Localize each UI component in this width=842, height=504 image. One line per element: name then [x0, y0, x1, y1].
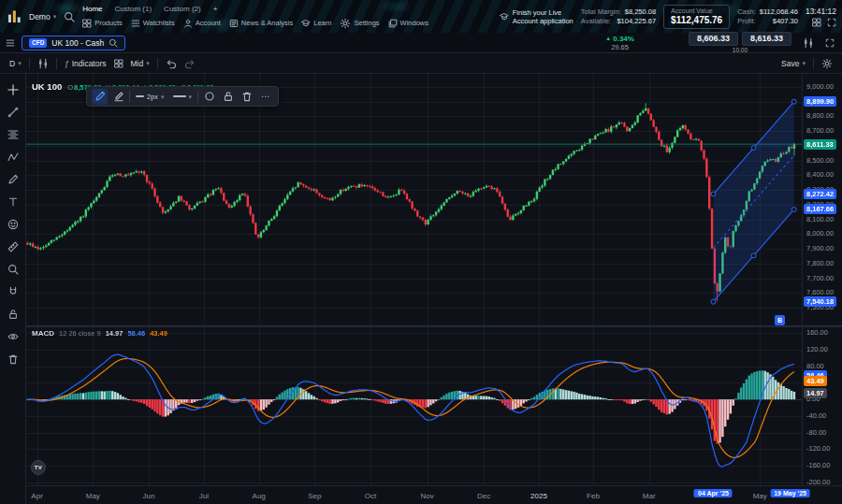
cash-value: $112,068.46 — [760, 7, 798, 17]
account-value-box[interactable]: Account Value $112,475.76 — [663, 5, 730, 29]
tool-eye[interactable] — [3, 326, 22, 346]
graduation-cap-icon — [500, 12, 509, 22]
line-width-sample — [136, 95, 144, 97]
timeframe-selector[interactable]: D ▾ — [9, 59, 22, 68]
account-value-label: Account Value — [671, 7, 722, 15]
drawing-price-badge: 8,167.66 — [804, 204, 836, 214]
workspace-tab-home[interactable]: Home — [82, 5, 102, 13]
line-width-selector[interactable]: 2px ▾ — [133, 93, 167, 101]
buy-price-button[interactable]: 8,616.33 — [742, 32, 791, 46]
fx-icon: ƒ — [65, 59, 69, 68]
menu-item-news-analysis[interactable]: News & Analysis — [229, 19, 293, 28]
tool-pattern[interactable] — [3, 147, 22, 166]
macd-axis-label: -160.00 — [806, 462, 830, 469]
instrument-search-icon[interactable] — [109, 38, 118, 48]
compare-layout-icon[interactable] — [114, 59, 123, 68]
time-axis-label: 2025 — [530, 492, 547, 500]
time-axis-label: Apr — [31, 492, 42, 500]
save-button[interactable]: Save ▾ — [781, 59, 806, 68]
macd-params: 12 26 close 9 — [59, 329, 101, 338]
draw-ellipse-button[interactable] — [201, 89, 217, 105]
divider — [197, 91, 198, 103]
redo-icon[interactable] — [184, 58, 196, 69]
undo-icon[interactable] — [166, 58, 177, 69]
more-options-button[interactable]: ⋯ — [257, 89, 273, 105]
sell-price-button[interactable]: 8,606.33 — [689, 32, 738, 46]
layout-grid-icon[interactable] — [812, 18, 821, 27]
menu-item-account[interactable]: Account — [183, 19, 221, 28]
chart-toolbar: D ▾ ƒ Indicators Mid ▾ Save ▾ — [0, 53, 842, 74]
tool-lock[interactable] — [3, 304, 22, 324]
menu-item-products[interactable]: Products — [82, 19, 123, 28]
pane-divider[interactable] — [26, 325, 842, 327]
settings-icon — [340, 18, 351, 29]
account-type-label: Demo — [29, 12, 51, 22]
clock: 13:41:12 — [806, 7, 836, 16]
line-style-selector[interactable]: ▾ — [170, 94, 196, 100]
draw-marker-button[interactable] — [110, 89, 126, 105]
time-axis-label: Dec — [477, 492, 490, 500]
drawing-date-badge: 04 Apr '25 — [694, 489, 733, 497]
tool-fib-retracement[interactable] — [3, 124, 22, 144]
margin-summary: Total Margin: $8,250.08 Available: $104,… — [581, 7, 656, 26]
indicators-button[interactable]: ƒ Indicators — [65, 59, 107, 68]
platform-logo-icon[interactable] — [7, 9, 22, 23]
price-type-selector[interactable]: Mid ▾ — [131, 59, 150, 68]
time-axis[interactable]: AprMayJunJulAugSepOctNovDec2025FebMarMay… — [26, 485, 842, 504]
main-menu: ProductsWatchlistsAccountNews & Analysis… — [82, 18, 428, 29]
tool-measure[interactable] — [3, 237, 22, 256]
save-label: Save — [781, 59, 799, 68]
finish-application-line1: Finish your Live — [513, 8, 573, 17]
lock-drawing-button[interactable] — [220, 89, 236, 105]
macd-axis-label: 120.00 — [806, 346, 828, 353]
price-axis-label: 7,600.00 — [806, 289, 834, 296]
tradingview-logo-text: TV — [35, 465, 43, 470]
macd-axis-label: 80.00 — [806, 363, 824, 370]
account-summary-area: Finish your Live Account application Tot… — [500, 5, 836, 29]
workspace-tab-plus[interactable]: + — [213, 5, 218, 13]
learn-icon — [301, 19, 311, 28]
price-axis[interactable]: 7,500.007,600.007,700.007,800.007,900.00… — [802, 74, 842, 485]
chevron-down-icon: ▾ — [18, 60, 22, 66]
tool-brush[interactable] — [3, 169, 22, 189]
workspace-tab-custom-2[interactable]: Custom (2) — [164, 5, 201, 13]
price-chart-canvas[interactable] — [26, 74, 802, 485]
chart-style-icon[interactable] — [37, 58, 49, 69]
tool-trend-line[interactable] — [3, 102, 22, 122]
tool-magnet[interactable] — [3, 281, 22, 301]
tool-trash[interactable] — [3, 349, 22, 368]
delete-drawing-button[interactable] — [239, 89, 254, 105]
tool-crosshair[interactable] — [3, 79, 22, 99]
time-axis-label: Aug — [253, 492, 266, 500]
clock-area: 13:41:12 — [806, 7, 836, 27]
main-navigation: HomeCustom (1)Custom (2)+ ProductsWatchl… — [82, 3, 428, 31]
account-switcher[interactable]: Demo ▾ — [29, 12, 56, 22]
top-bar: Demo ▾ HomeCustom (1)Custom (2)+ Product… — [0, 0, 842, 33]
search-icon[interactable] — [64, 11, 75, 22]
tool-emoji[interactable] — [3, 214, 22, 234]
menu-item-learn[interactable]: Learn — [301, 19, 331, 28]
drawing-price-badge: 8,272.42 — [804, 189, 836, 199]
cfd-badge: CFD — [29, 38, 47, 48]
trading-platform-window: Demo ▾ HomeCustom (1)Custom (2)+ Product… — [0, 0, 842, 504]
tool-text[interactable] — [3, 192, 22, 211]
fullscreen-icon[interactable] — [827, 18, 836, 27]
macd-signal-badge: 43.49 — [804, 376, 827, 386]
popout-icon[interactable] — [825, 38, 835, 48]
chart-type-icon[interactable] — [803, 37, 814, 49]
tradingview-logo[interactable]: TV — [31, 460, 46, 475]
divider — [813, 58, 814, 69]
menu-item-settings[interactable]: Settings — [340, 18, 379, 29]
workspace-tab-custom-1[interactable]: Custom (1) — [115, 5, 152, 13]
tool-zoom[interactable] — [3, 259, 22, 279]
chart-settings-icon[interactable] — [821, 58, 833, 69]
divider — [129, 91, 130, 103]
drawing-anchor-badge[interactable]: B — [775, 315, 785, 325]
spread-value: 10.00 — [733, 47, 748, 53]
menu-item-windows[interactable]: Windows — [388, 19, 428, 28]
instrument-list-icon[interactable] — [6, 38, 15, 48]
instrument-tab[interactable]: CFD UK 100 - Cash — [22, 36, 125, 50]
draw-pencil-button[interactable] — [92, 89, 108, 105]
menu-item-watchlists[interactable]: Watchlists — [131, 19, 175, 28]
finish-application-link[interactable]: Finish your Live Account application — [500, 8, 573, 25]
